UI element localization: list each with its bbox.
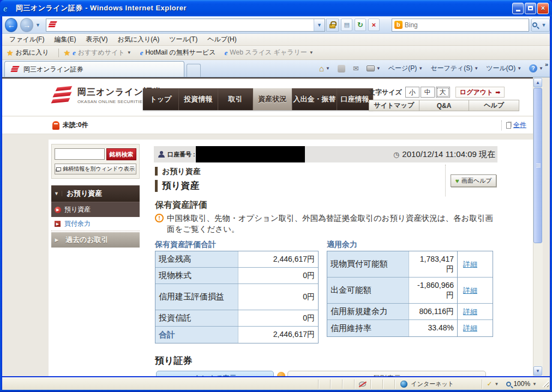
stock-search-input[interactable] bbox=[55, 148, 105, 160]
ie-icon: e bbox=[225, 49, 228, 57]
okasan-logo-icon bbox=[51, 85, 73, 106]
address-dropdown-icon[interactable]: ▼ bbox=[314, 19, 325, 31]
menu-favorites[interactable]: お気に入り(A) bbox=[112, 34, 164, 45]
breadcrumb-heading: お預り資産 bbox=[155, 167, 201, 176]
tab-favicon bbox=[11, 66, 19, 73]
close-button[interactable]: × bbox=[537, 3, 549, 14]
sidebar-header-assets[interactable]: ▼ お預り資産 bbox=[51, 185, 140, 202]
forward-button[interactable]: → bbox=[20, 18, 33, 32]
maximize-button[interactable] bbox=[525, 3, 536, 14]
open-new-window-button[interactable]: 銘柄情報を別ウィンドウ表示 bbox=[55, 164, 136, 174]
home-icon: ⌂ bbox=[319, 64, 324, 73]
tab-individual-view[interactable]: 個別表示 bbox=[287, 371, 486, 376]
sidebar-item-deposit-assets[interactable]: ▶ 預り資産 bbox=[51, 202, 140, 217]
menu-edit[interactable]: 編集(E) bbox=[49, 34, 81, 45]
all-messages-link[interactable]: 全件 bbox=[513, 120, 526, 130]
margin-table: 現物買付可能額 1,783,417円 詳細 出金可能額 -1,860,966円 … bbox=[327, 251, 493, 337]
active-tab[interactable]: 岡三オンライン証券 bbox=[4, 61, 184, 77]
logout-button[interactable]: ログアウト➡ bbox=[455, 87, 505, 98]
summary-table: 現金残高 2,446,617円 現物株式 0円 信用建玉評価損益 0円 投資信託… bbox=[155, 251, 319, 343]
chevron-down-icon: ▼ bbox=[51, 191, 62, 196]
text-size-small-button[interactable]: 小 bbox=[405, 87, 419, 98]
menu-view[interactable]: 表示(V) bbox=[81, 34, 112, 45]
detail-link[interactable]: 詳細 bbox=[463, 260, 477, 269]
new-tab-button[interactable] bbox=[187, 64, 201, 77]
summary-table-title: 保有資産評価合計 bbox=[155, 240, 216, 250]
protected-mode-icon: ✓ bbox=[487, 380, 492, 388]
sitemap-button[interactable]: サイトマップ bbox=[369, 100, 419, 111]
stop-button[interactable]: × bbox=[368, 19, 380, 31]
ssl-lock-icon[interactable] bbox=[326, 19, 339, 32]
suggested-sites-link[interactable]: e おすすめサイト▼ bbox=[73, 48, 131, 57]
nav-invest-info[interactable]: 投資情報 bbox=[179, 88, 218, 110]
menu-file[interactable]: ファイル(F) bbox=[4, 34, 49, 45]
refresh-button[interactable]: ↻ bbox=[355, 19, 366, 31]
detail-link[interactable]: 詳細 bbox=[463, 307, 477, 317]
nav-trade[interactable]: 取引 bbox=[218, 88, 253, 110]
print-button[interactable]: ▼ bbox=[363, 64, 384, 73]
scroll-down-button[interactable]: ▼ bbox=[533, 366, 542, 376]
stock-search-button[interactable]: 銘柄検索 bbox=[106, 148, 136, 160]
detail-link[interactable]: 詳細 bbox=[463, 286, 477, 295]
hotmail-link[interactable]: e HotMail の無料サービス bbox=[140, 48, 216, 57]
back-button[interactable]: ← bbox=[5, 18, 17, 32]
read-mail-button[interactable]: ✉ bbox=[350, 63, 362, 74]
tab-grouped-view[interactable]: まとめて表示 bbox=[156, 371, 274, 376]
menu-tools[interactable]: ツール(T) bbox=[164, 34, 202, 45]
chevron-right-icon: ▶ bbox=[51, 237, 62, 243]
menu-help[interactable]: ヘルプ(H) bbox=[202, 34, 242, 45]
rss-icon bbox=[338, 65, 345, 73]
safety-menu-button[interactable]: セーフティ(S)▼ bbox=[427, 62, 482, 75]
resize-grip[interactable] bbox=[542, 381, 549, 387]
address-input[interactable] bbox=[59, 20, 314, 31]
search-button[interactable]: ▼ bbox=[531, 19, 550, 32]
title-bar[interactable]: e 岡三オンライン証券 - Windows Internet Explorer … bbox=[0, 0, 552, 16]
minimize-button[interactable] bbox=[512, 3, 524, 14]
qa-button[interactable]: Q&A bbox=[419, 100, 470, 111]
utility-area: 文字サイズ 小 中 大 ログアウト➡ サイトマップ Q&A ヘルプ bbox=[369, 86, 519, 111]
feeds-button[interactable] bbox=[334, 63, 349, 74]
section-title-securities: 預り証券 bbox=[155, 354, 192, 367]
arrow-right-icon: ▶ bbox=[55, 221, 61, 227]
sidebar-item-past-transactions[interactable]: ▶ 過去のお取引 bbox=[51, 232, 140, 248]
security-zone-label: インターネット bbox=[411, 380, 454, 388]
address-bar[interactable]: ▼ bbox=[46, 19, 325, 32]
page-title: 預り資産 bbox=[155, 180, 199, 192]
protected-mode-control[interactable]: ✓ ▼ bbox=[482, 380, 503, 388]
compatibility-view-button[interactable]: ▤ bbox=[341, 19, 352, 31]
heart-icon: ♥ bbox=[455, 177, 459, 185]
navigation-toolbar: ← → ▼ ▼ ▤ ↻ × b ▼ bbox=[2, 16, 550, 34]
nav-deposit-transfer[interactable]: 入出金・振替 bbox=[292, 88, 337, 110]
history-dropdown-icon[interactable]: ▼ bbox=[33, 22, 43, 28]
screen-help-button[interactable]: ♥ 画面ヘルプ bbox=[451, 174, 496, 187]
tools-menu-button[interactable]: ツール(O)▼ bbox=[483, 62, 525, 75]
menu-bar: ファイル(F) 編集(E) 表示(V) お気に入り(A) ツール(T) ヘルプ(… bbox=[2, 34, 550, 46]
home-button[interactable]: ⌂▼ bbox=[316, 62, 333, 75]
help-button[interactable]: ヘルプ bbox=[469, 100, 519, 111]
zoom-control[interactable]: 100% ▼ bbox=[503, 380, 540, 388]
table-row: 投資信託 0円 bbox=[155, 310, 318, 327]
favorites-button[interactable]: お気に入り bbox=[16, 48, 49, 57]
toolbar-overflow-chevron[interactable]: » bbox=[543, 61, 550, 68]
web-slice-gallery-link[interactable]: e Web スライス ギャラリー▼ bbox=[225, 48, 314, 57]
page-menu-button[interactable]: ページ(P)▼ bbox=[385, 62, 426, 75]
ie-logo-icon: e bbox=[3, 3, 13, 13]
scroll-up-button[interactable]: ▲ bbox=[533, 78, 542, 87]
text-size-medium-button[interactable]: 中 bbox=[421, 87, 435, 98]
search-dropdown-icon[interactable]: ▼ bbox=[539, 22, 548, 28]
nav-assets[interactable]: 資産状況 bbox=[253, 88, 292, 110]
add-favorite-icon[interactable]: ★ bbox=[63, 49, 70, 57]
sidebar-item-buying-power[interactable]: ▶ 買付余力 bbox=[51, 217, 140, 231]
search-input[interactable] bbox=[405, 21, 529, 29]
section-title-valuation: 保有資産評価 bbox=[155, 200, 207, 211]
nav-account-info[interactable]: 口座情報 bbox=[337, 88, 373, 110]
scrollbar-thumb[interactable] bbox=[533, 88, 542, 243]
nav-top[interactable]: トップ bbox=[143, 88, 179, 110]
text-size-large-button[interactable]: 大 bbox=[436, 87, 450, 98]
toggle-icon bbox=[277, 372, 285, 376]
search-box[interactable]: b bbox=[392, 19, 529, 32]
site-header: 岡三オンライン証券 OKASAN ONLINE SECURITIES トップ 投… bbox=[2, 77, 533, 116]
detail-link[interactable]: 詳細 bbox=[463, 323, 477, 333]
table-row: 現物買付可能額 1,783,417円 詳細 bbox=[327, 251, 493, 278]
vertical-scrollbar[interactable]: ▲ ▼ bbox=[533, 77, 543, 376]
